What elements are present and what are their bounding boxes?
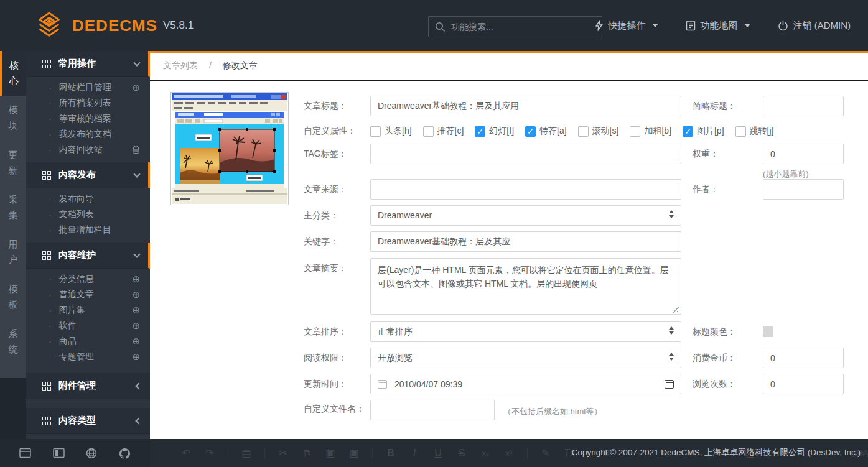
tab-core[interactable]: 核心 bbox=[0, 51, 26, 96]
checkbox[interactable] bbox=[630, 126, 640, 137]
tab-module[interactable]: 模块 bbox=[0, 96, 26, 141]
calendar-picker-icon[interactable] bbox=[665, 380, 674, 389]
sidebar-item-image-gallery[interactable]: ·图片集⊕ bbox=[26, 302, 150, 318]
strikethrough-icon[interactable]: S bbox=[456, 448, 467, 459]
author-input[interactable] bbox=[763, 179, 844, 200]
attr-scroll[interactable]: 滚动[s] bbox=[578, 126, 619, 137]
logout-button[interactable]: 注销 (ADMIN) bbox=[778, 20, 851, 32]
window-icon[interactable] bbox=[19, 448, 31, 458]
sidebar-item-document-list[interactable]: ·文档列表 bbox=[26, 206, 150, 222]
search-input[interactable] bbox=[451, 22, 595, 32]
checkbox[interactable] bbox=[735, 126, 746, 137]
cut-icon[interactable]: ✂ bbox=[278, 447, 289, 459]
permission-select[interactable]: 开放浏览 bbox=[370, 348, 681, 368]
attr-special[interactable]: 特荐[a] bbox=[525, 126, 567, 137]
sidebar-item-special-topic[interactable]: ·专题管理⊕ bbox=[26, 349, 150, 364]
attr-slide[interactable]: 幻灯[f] bbox=[475, 126, 514, 137]
attr-jump[interactable]: 跳转[j] bbox=[735, 126, 774, 137]
checkbox[interactable] bbox=[370, 126, 381, 137]
plus-circle-icon[interactable]: ⊕ bbox=[132, 289, 140, 300]
tab-template[interactable]: 模板 bbox=[0, 275, 26, 320]
plus-circle-icon[interactable]: ⊕ bbox=[132, 336, 140, 347]
filename-input[interactable] bbox=[370, 400, 495, 420]
checkbox[interactable] bbox=[525, 126, 536, 137]
plus-circle-icon[interactable]: ⊕ bbox=[132, 351, 140, 363]
sidebar-item-recycle-bin[interactable]: ·内容回收站 bbox=[26, 142, 150, 157]
keywords-input[interactable] bbox=[370, 231, 681, 252]
italic-icon[interactable]: I bbox=[409, 448, 420, 459]
trash-icon[interactable] bbox=[132, 145, 140, 154]
undo-icon[interactable]: ↶ bbox=[180, 447, 192, 459]
plus-circle-icon[interactable]: ⊕ bbox=[132, 82, 140, 93]
category-select[interactable]: Dreamweaver bbox=[370, 205, 681, 226]
section-content-type[interactable]: 内容类型 bbox=[26, 408, 150, 434]
source-input[interactable] bbox=[370, 179, 681, 200]
function-search[interactable] bbox=[428, 16, 602, 37]
attr-bold[interactable]: 加粗[b] bbox=[630, 126, 671, 137]
plus-circle-icon[interactable]: ⊕ bbox=[132, 305, 140, 316]
sort-select[interactable]: 正常排序 bbox=[370, 321, 681, 342]
article-title-input[interactable] bbox=[370, 96, 681, 116]
bold-icon[interactable]: B bbox=[385, 448, 396, 459]
breadcrumb-article-list[interactable]: 文章列表 bbox=[163, 60, 198, 70]
attr-headline[interactable]: 头条[h] bbox=[370, 126, 412, 137]
checkbox[interactable] bbox=[578, 126, 589, 137]
format-painter-icon[interactable]: ✎ bbox=[540, 447, 551, 459]
tab-user[interactable]: 用户 bbox=[0, 230, 26, 275]
summary-textarea[interactable]: 层(Layer)是一种 HTML 页面元素，您可以将它定位在页面上的任意位置。层… bbox=[370, 258, 681, 315]
tab-collect[interactable]: 采集 bbox=[0, 185, 26, 230]
section-content-maintain[interactable]: 内容维护 bbox=[26, 243, 150, 269]
sidebar-item-normal-article[interactable]: ·普通文章⊕ bbox=[26, 287, 150, 302]
views-input[interactable] bbox=[763, 374, 844, 394]
sidebar-item-batch-add-columns[interactable]: ·批量增加栏目 bbox=[26, 222, 150, 238]
github-icon[interactable] bbox=[119, 448, 131, 459]
checkbox[interactable] bbox=[683, 126, 693, 137]
checkbox[interactable] bbox=[475, 126, 485, 137]
weight-input[interactable] bbox=[763, 144, 844, 164]
plus-circle-icon[interactable]: ⊕ bbox=[132, 274, 140, 285]
caret-down-icon bbox=[744, 24, 750, 27]
sidebar-item-classified-info[interactable]: ·分类信息⊕ bbox=[26, 271, 150, 287]
sidebar-item-all-archives[interactable]: ·所有档案列表 bbox=[26, 95, 150, 111]
resize-grip-icon[interactable] bbox=[673, 307, 679, 313]
calendar-icon bbox=[378, 380, 387, 389]
paste-from-word-icon[interactable]: ▣ bbox=[348, 447, 360, 459]
module-tabstrip: 核心 模块 更新 采集 用户 模板 系统 bbox=[0, 51, 26, 439]
title-color-swatch[interactable] bbox=[763, 326, 773, 337]
attr-picture[interactable]: 图片[p] bbox=[683, 126, 724, 137]
tab-system[interactable]: 系统 bbox=[0, 320, 26, 364]
quick-actions-menu[interactable]: 快捷操作 bbox=[595, 20, 658, 32]
coin-input[interactable] bbox=[763, 348, 844, 368]
tab-update[interactable]: 更新 bbox=[0, 141, 26, 185]
sidebar-item-pending-archives[interactable]: ·等审核的档案 bbox=[26, 111, 150, 126]
underline-icon[interactable]: U bbox=[432, 448, 444, 459]
new-document-icon[interactable]: ▤ bbox=[241, 447, 252, 459]
paste-icon[interactable]: ▣ bbox=[325, 447, 336, 459]
attr-recommend[interactable]: 推荐[c] bbox=[423, 126, 464, 137]
dedecms-link[interactable]: DedeCMS bbox=[661, 448, 699, 457]
plus-circle-icon[interactable]: ⊕ bbox=[132, 320, 140, 331]
layout-columns-icon[interactable] bbox=[53, 448, 65, 458]
tag-input[interactable] bbox=[370, 144, 681, 164]
short-title-input[interactable] bbox=[763, 96, 844, 116]
redo-icon[interactable]: ↷ bbox=[204, 447, 215, 459]
feature-map-menu[interactable]: 功能地图 bbox=[686, 20, 750, 32]
sidebar-item-site-columns[interactable]: ·网站栏目管理⊕ bbox=[26, 80, 150, 95]
subscript-icon[interactable]: x₂ bbox=[480, 448, 491, 458]
sidebar-item-product[interactable]: ·商品⊕ bbox=[26, 333, 150, 349]
superscript-icon[interactable]: x² bbox=[503, 448, 515, 458]
weight-note: (越小越靠前) bbox=[763, 169, 809, 180]
custom-attrs-row: 头条[h] 推荐[c] 幻灯[f] 特荐[a] 滚动[s] 加粗[b] 图片[p… bbox=[370, 126, 773, 137]
globe-icon[interactable] bbox=[86, 448, 97, 459]
logo[interactable]: DEDECMS V5.8.1 bbox=[35, 11, 194, 40]
update-time-field[interactable]: 2010/04/07 09:39 bbox=[370, 374, 681, 394]
sidebar-item-my-documents[interactable]: ·我发布的文档 bbox=[26, 126, 150, 142]
section-common-operations[interactable]: 常用操作 bbox=[26, 51, 150, 77]
section-attachment-manage[interactable]: 附件管理 bbox=[26, 373, 150, 399]
sidebar-item-software[interactable]: ·软件⊕ bbox=[26, 318, 150, 333]
article-thumbnail[interactable] bbox=[170, 92, 289, 205]
checkbox[interactable] bbox=[423, 126, 434, 137]
section-content-publish[interactable]: 内容发布 bbox=[26, 162, 150, 188]
sidebar-item-publish-wizard[interactable]: ·发布向导 bbox=[26, 191, 150, 206]
copy-icon[interactable]: ⧉ bbox=[301, 448, 312, 459]
